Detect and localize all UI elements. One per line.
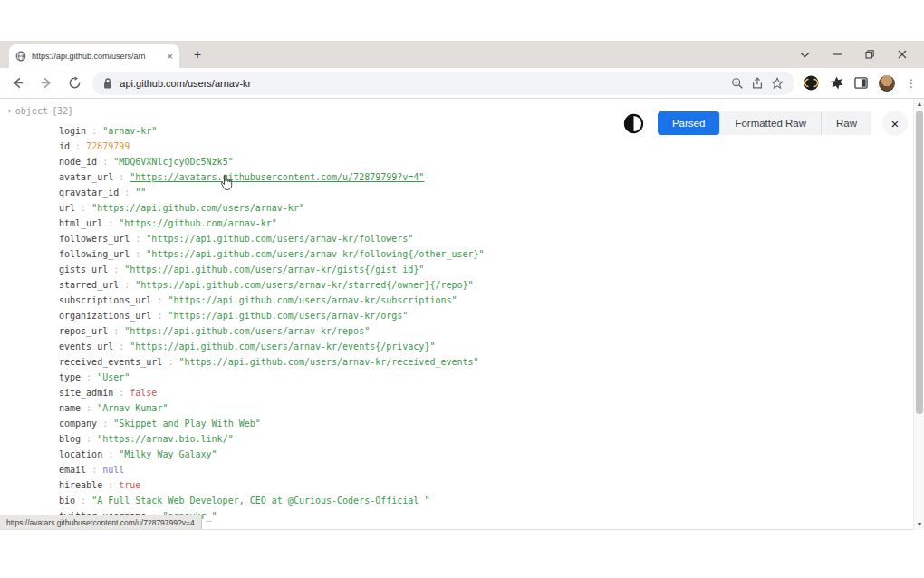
json-separator: :: [108, 265, 124, 275]
json-row: login : "arnav-kr": [59, 123, 485, 139]
json-key: organizations_url: [59, 311, 151, 321]
json-row: email : null: [59, 462, 485, 477]
browser-toolbar: api.github.com/users/arnav-kr ⋮: [0, 68, 924, 99]
restore-icon[interactable]: [853, 50, 886, 59]
tab-parsed[interactable]: Parsed: [658, 111, 720, 135]
json-separator: :: [113, 172, 130, 182]
json-separator: :: [119, 188, 135, 197]
json-value-login: "arnav-kr": [102, 126, 157, 136]
json-row: blog : "https://arnav.bio.link/": [59, 431, 485, 447]
tab-close-icon[interactable]: ×: [168, 52, 173, 62]
json-key: email: [59, 465, 86, 475]
json-value-events_url: "https://api.github.com/users/arnav-kr/e…: [130, 342, 435, 352]
json-row: starred_url : "https://api.github.com/us…: [59, 277, 485, 293]
json-key: avatar_url: [59, 172, 113, 182]
json-value-gists_url: "https://api.github.com/users/arnav-kr/g…: [124, 265, 424, 275]
status-url-text: https://avatars.githubusercontent.com/u/…: [6, 518, 195, 527]
json-value-repos_url: "https://api.github.com/users/arnav-kr/r…: [124, 326, 370, 336]
side-panel-icon[interactable]: [854, 76, 868, 90]
new-tab-button[interactable]: +: [190, 48, 205, 61]
json-separator: :: [113, 342, 130, 352]
json-key: name: [59, 403, 81, 413]
json-value-gravatar_id: "": [135, 188, 146, 197]
root-count-label: {32}: [52, 106, 73, 116]
viewer-controls: Parsed Formatted Raw Raw ×: [623, 111, 908, 136]
root-type-label: object: [15, 106, 48, 116]
theme-toggle-icon[interactable]: [623, 113, 644, 134]
json-row: type : "User": [59, 370, 485, 385]
json-key: subscriptions_url: [59, 295, 151, 305]
chrome-menu-icon[interactable]: ⋮: [906, 77, 917, 90]
json-separator: :: [97, 419, 113, 429]
view-mode-tabs: Parsed Formatted Raw Raw: [658, 111, 871, 135]
json-separator: :: [151, 311, 168, 321]
extension-area: ⋮: [804, 75, 917, 92]
json-key: following_url: [59, 249, 130, 259]
json-row: url : "https://api.github.com/users/arna…: [59, 200, 485, 216]
json-separator: :: [86, 126, 102, 136]
json-row: received_events_url : "https://api.githu…: [59, 354, 485, 370]
zoom-icon[interactable]: [731, 77, 744, 90]
json-separator: :: [102, 480, 119, 490]
json-row: avatar_url : "https://avatars.githubuser…: [59, 169, 485, 185]
browser-window: https://api.github.com/users/arn × +: [0, 41, 924, 530]
json-key: starred_url: [59, 280, 119, 290]
json-separator: :: [102, 218, 119, 228]
scroll-up-icon[interactable]: ▲: [914, 100, 924, 109]
json-separator: :: [86, 465, 102, 475]
tab-title: https://api.github.com/users/arn: [32, 52, 162, 61]
viewer-close-icon[interactable]: ×: [882, 111, 908, 136]
json-value-blog: "https://arnav.bio.link/": [97, 434, 234, 444]
json-separator: :: [75, 496, 91, 506]
tab-formatted-raw[interactable]: Formatted Raw: [720, 111, 822, 135]
json-separator: :: [113, 388, 130, 398]
address-bar[interactable]: api.github.com/users/arnav-kr: [92, 72, 794, 95]
extensions-icon[interactable]: [830, 76, 843, 90]
scroll-down-icon[interactable]: ▼: [914, 520, 924, 529]
json-value-location: "Milky Way Galaxy": [119, 449, 217, 459]
json-separator: :: [81, 403, 97, 413]
json-key: login: [59, 126, 86, 136]
window-dropdown-icon[interactable]: [788, 52, 821, 58]
json-value-node_id: "MDQ6VXNlcjcyODc5Nzk5": [113, 157, 233, 167]
tab-strip: https://api.github.com/users/arn × +: [0, 41, 924, 68]
json-value-avatar_url[interactable]: "https://avatars.githubusercontent.com/u…: [130, 172, 424, 182]
page-content: ▾ object {32} Parsed Formatted Raw Raw ×…: [0, 99, 924, 529]
json-row: gravatar_id : "": [59, 185, 485, 200]
json-value-site_admin: false: [130, 388, 157, 398]
lock-icon[interactable]: [103, 78, 112, 89]
json-value-followers_url: "https://api.github.com/users/arnav-kr/f…: [146, 234, 413, 244]
profile-avatar[interactable]: [879, 75, 895, 92]
browser-tab[interactable]: https://api.github.com/users/arn ×: [9, 44, 179, 68]
json-separator: :: [81, 434, 97, 444]
json-row: repos_url : "https://api.github.com/user…: [59, 323, 485, 339]
json-row: node_id : "MDQ6VXNlcjcyODc5Nzk5": [59, 154, 485, 169]
bookmark-star-icon[interactable]: [771, 77, 784, 90]
globe-favicon-icon: [15, 51, 26, 62]
json-separator: :: [102, 449, 119, 459]
json-key: html_url: [59, 218, 102, 228]
close-window-icon[interactable]: [886, 50, 919, 59]
tab-raw[interactable]: Raw: [822, 111, 871, 135]
address-url-text[interactable]: api.github.com/users/arnav-kr: [120, 78, 724, 89]
json-key: site_admin: [59, 388, 113, 398]
collapse-caret-icon[interactable]: ▾: [7, 107, 12, 115]
json-viewer-extension-icon[interactable]: [804, 75, 819, 91]
reload-icon[interactable]: [64, 72, 85, 94]
scrollbar[interactable]: ▲ ▼: [913, 99, 924, 530]
forward-icon[interactable]: [35, 72, 56, 94]
share-icon[interactable]: [751, 77, 764, 90]
json-separator: :: [81, 372, 97, 382]
json-row: name : "Arnav Kumar": [59, 400, 485, 416]
json-key: bio: [59, 496, 75, 506]
json-value-name: "Arnav Kumar": [97, 403, 168, 413]
scrollbar-thumb[interactable]: [916, 111, 923, 414]
json-separator: :: [162, 357, 178, 367]
json-value-organizations_url: "https://api.github.com/users/arnav-kr/o…: [168, 311, 408, 321]
json-key: gists_url: [59, 265, 108, 275]
back-icon[interactable]: [7, 72, 28, 94]
json-key: url: [59, 203, 75, 213]
minimize-icon[interactable]: [821, 50, 853, 59]
json-key: company: [59, 419, 97, 429]
status-bar: https://avatars.githubusercontent.com/u/…: [0, 515, 202, 529]
